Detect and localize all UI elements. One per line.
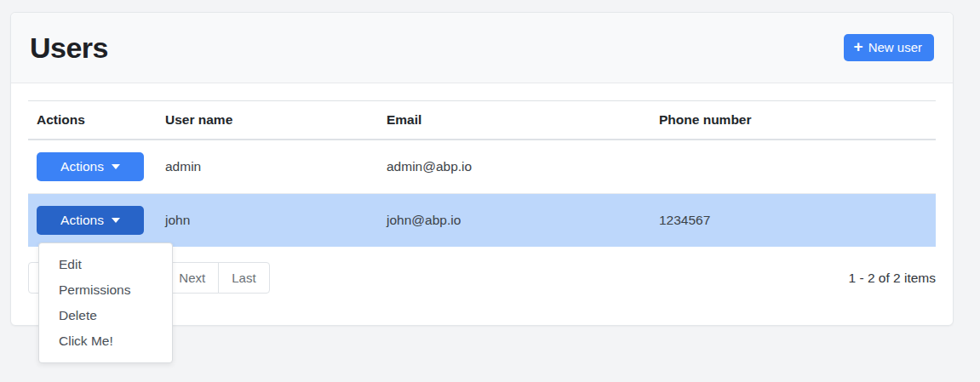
actions-dropdown-menu: Edit Permissions Delete Click Me! <box>38 242 173 363</box>
dropdown-item-click-me[interactable]: Click Me! <box>39 328 172 354</box>
actions-dropdown-button-open[interactable]: Actions <box>37 206 144 235</box>
users-table: Actions User name Email Phone number Act… <box>28 100 936 247</box>
dropdown-item-delete[interactable]: Delete <box>39 303 172 328</box>
card-header: Users + New user <box>11 13 953 83</box>
plus-icon: + <box>854 41 863 53</box>
column-header-actions: Actions <box>28 101 157 140</box>
page-title: Users <box>30 31 108 65</box>
new-user-button[interactable]: + New user <box>844 34 934 61</box>
dropdown-item-permissions[interactable]: Permissions <box>39 277 172 303</box>
table-header-row: Actions User name Email Phone number <box>28 101 936 140</box>
dropdown-item-edit[interactable]: Edit <box>39 252 172 277</box>
pagination-last-button[interactable]: Last <box>218 262 269 294</box>
user-name-cell: admin <box>157 140 378 194</box>
column-header-phone-number: Phone number <box>650 101 936 140</box>
email-cell: john@abp.io <box>378 194 650 248</box>
chevron-down-icon <box>112 164 120 169</box>
actions-dropdown-button[interactable]: Actions <box>37 152 144 181</box>
table-row-john[interactable]: Actions john john@abp.io 1234567 <box>28 194 936 248</box>
actions-button-label: Actions <box>60 213 104 228</box>
new-user-button-label: New user <box>868 40 922 54</box>
phone-cell <box>650 140 936 194</box>
table-row-admin[interactable]: Actions admin admin@abp.io <box>28 140 936 194</box>
chevron-down-icon <box>112 218 120 223</box>
pagination-next-button[interactable]: Next <box>165 262 219 294</box>
user-name-cell: john <box>157 194 378 248</box>
column-header-user-name: User name <box>157 101 378 140</box>
actions-cell: Actions <box>28 194 157 248</box>
column-header-email: Email <box>378 101 650 140</box>
items-count-summary: 1 - 2 of 2 items <box>848 271 936 286</box>
actions-cell: Actions <box>28 140 157 194</box>
actions-button-label: Actions <box>60 159 104 174</box>
email-cell: admin@abp.io <box>378 140 650 194</box>
phone-cell: 1234567 <box>650 194 936 248</box>
